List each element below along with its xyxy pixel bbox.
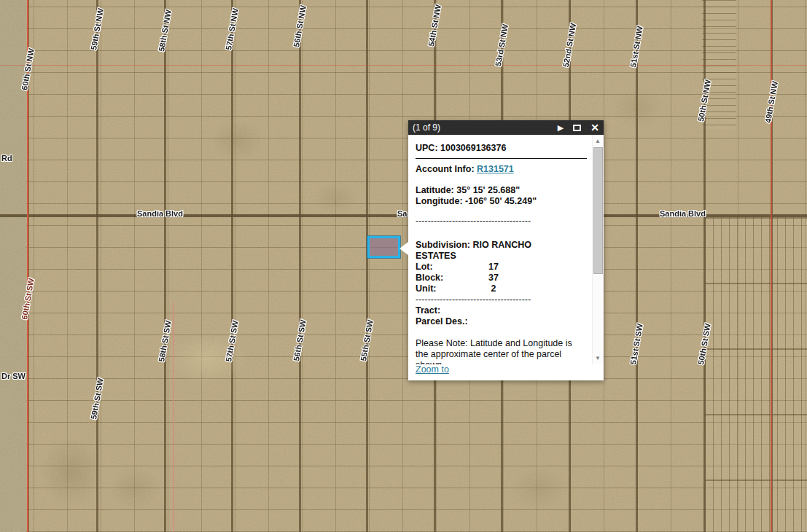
street-label-57th-st-nw: 57th St NW [224,7,240,50]
unit-row: Unit:2 [416,283,593,294]
terrain-patch [612,87,663,128]
street-label-58th-st-nw: 58th St NW [157,9,173,52]
parcel-des-row: Parcel Des.: [416,316,593,327]
popup-titlebar: (1 of 9) ▶ ✕ [408,120,604,135]
selected-parcel-highlight[interactable] [367,236,400,258]
street-line [636,0,638,532]
street-label-59th-st-nw: 59th St NW [89,7,105,50]
map-viewport[interactable]: 60th St NW60th St SW59th St NW59th St SW… [0,0,807,532]
road-label-sandia-blvd: Sandia Blvd [660,209,706,218]
popup-callout-arrow [399,242,408,255]
popup-note: Please Note: Latitude and Longitude is t… [416,338,587,364]
scroll-down-icon[interactable]: ▼ [593,355,603,361]
street-label-59th-st-sw: 59th St SW [89,378,105,420]
account-info-link[interactable]: R131571 [477,164,514,174]
latitude-row: Latitude: 35° 15' 25.688" [416,185,593,196]
road-label-sa: Sa [397,209,407,218]
section-line-vertical [173,302,174,532]
street-line [231,0,233,532]
street-label-54th-st-nw: 54th St NW [426,4,443,47]
street-label-56th-st-nw: 56th St NW [292,4,308,47]
street-label-51st-st-sw: 51st St SW [628,323,644,365]
account-info-row: Account Info: R131571 [416,164,593,175]
street-label-51st-st-nw: 51st St NW [628,26,644,69]
scrollbar-thumb[interactable] [593,147,603,274]
strip-parcels-east [705,217,807,532]
street-label-52nd-st-nw: 52nd St NW [561,23,577,68]
road-label-sandia-blvd: Sandia Blvd [137,209,183,218]
popup-parcel-info: (1 of 9) ▶ ✕ UPC: 1003069136376 Account … [408,120,604,380]
terrain-patch [40,437,102,506]
subdivision-row: Subdivision: RIO RANCHO ESTATES [416,240,565,262]
tract-row: Tract: [416,305,593,316]
block-row: Block:37 [416,273,593,283]
street-label-53rd-st-nw: 53rd St NW [494,23,510,67]
terrain-texture [0,0,807,532]
gis-parcel-viewer: 60th St NW60th St SW59th St NW59th St SW… [0,0,807,532]
popup-content: UPC: 1003069136376 Account Info: R131571… [408,135,593,364]
popup-title: (1 of 9) [413,122,440,133]
street-line [366,0,368,532]
divider-line [416,158,587,159]
terrain-patch [313,182,357,215]
street-label-58th-st-sw: 58th St SW [157,320,173,363]
road-label-dr-sw: Dr SW [1,372,26,380]
longitude-row: Longitude: -106° 50' 45.249" [416,196,593,207]
street-label-55th-st-sw: 55th St SW [359,319,375,362]
zoom-to-link[interactable]: Zoom to [416,364,449,375]
terrain-patch [109,466,160,510]
next-feature-icon[interactable]: ▶ [558,124,564,132]
scroll-up-icon[interactable]: ▲ [593,138,603,144]
street-label-49th-st-nw: 49th St NW [763,80,779,123]
dashed-separator: -------------------------------------- [416,216,593,227]
section-line-horizontal [0,65,807,66]
terrain-patch [211,120,262,160]
close-icon[interactable]: ✕ [590,122,599,133]
street-line [164,0,166,532]
lot-row: Lot:17 [416,262,593,273]
maximize-icon[interactable] [573,125,581,131]
terrain-patch [510,466,569,510]
street-label-57th-st-sw: 57th St SW [224,320,240,363]
street-label-56th-st-sw: 56th St SW [292,319,308,362]
road-label-rd: Rd [1,154,12,163]
popup-footer: Zoom to [408,364,604,380]
street-line [299,0,301,532]
dashed-separator: -------------------------------------- [416,294,593,305]
popup-body: UPC: 1003069136376 Account Info: R131571… [408,135,604,380]
upc-row: UPC: 1003069136376 [416,143,593,154]
popup-scrollbar[interactable]: ▲ ▼ [592,135,603,364]
street-line [96,0,98,532]
